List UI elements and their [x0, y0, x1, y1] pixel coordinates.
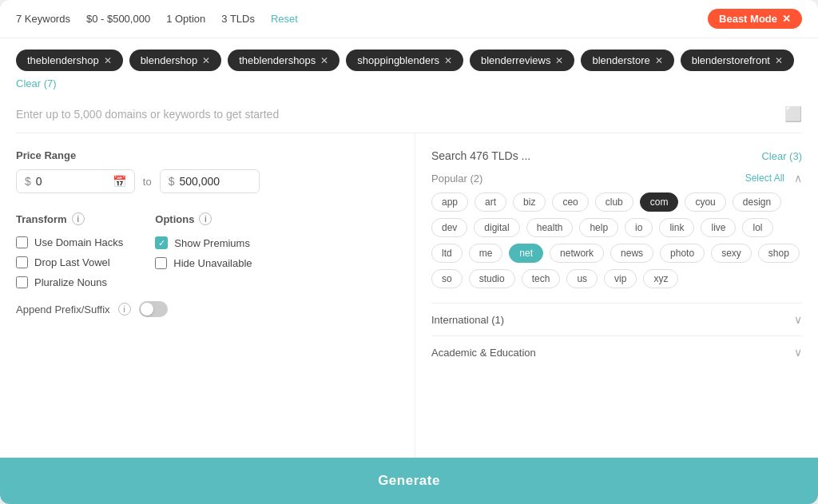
tld-tag[interactable]: ceo: [552, 192, 588, 212]
popular-chevron-icon[interactable]: ∧: [794, 172, 802, 185]
tld-tag[interactable]: net: [509, 244, 543, 263]
keyword-tag-remove-icon[interactable]: ✕: [202, 55, 210, 66]
main-content: Price Range $ 📅 to $: [0, 133, 818, 458]
generate-button[interactable]: Generate: [0, 458, 818, 504]
tld-tag[interactable]: live: [701, 218, 736, 237]
search-tlds-label[interactable]: Search 476 TLDs ...: [431, 149, 530, 162]
tld-tag[interactable]: digital: [474, 218, 519, 237]
clear-tlds-button[interactable]: Clear (3): [761, 150, 802, 162]
tld-tag[interactable]: health: [526, 218, 574, 237]
keyword-tag-remove-icon[interactable]: ✕: [555, 55, 563, 66]
stat-keywords: 7 Keywords: [16, 13, 70, 25]
top-bar: 7 Keywords $0 - $500,000 1 Option 3 TLDs…: [0, 0, 818, 38]
tld-tag[interactable]: com: [640, 192, 679, 212]
stat-price: $0 - $500,000: [86, 13, 150, 25]
tld-tag[interactable]: photo: [660, 244, 705, 263]
use-domain-hacks-label: Use Domain Hacks: [34, 236, 123, 248]
keyword-tag-label: theblendershop: [27, 54, 99, 66]
tld-tag[interactable]: art: [475, 192, 506, 212]
tld-tag[interactable]: vip: [604, 269, 637, 288]
tld-tag[interactable]: me: [469, 244, 503, 263]
options-info-icon[interactable]: i: [199, 212, 212, 225]
show-premiums-row[interactable]: Show Premiums: [155, 236, 252, 249]
tld-tag[interactable]: so: [431, 269, 463, 288]
tld-tag[interactable]: news: [610, 244, 653, 263]
keyword-placeholder[interactable]: Enter up to 5,000 domains or keywords to…: [16, 108, 784, 121]
keyword-tag: shoppingblenders✕: [346, 50, 463, 71]
keyword-tag-remove-icon[interactable]: ✕: [104, 55, 112, 66]
keyword-tag-label: blendershop: [141, 54, 198, 66]
transform-label: Transform i: [16, 212, 123, 225]
tld-tag[interactable]: design: [733, 192, 781, 212]
pluralize-nouns-row[interactable]: Pluralize Nouns: [16, 276, 123, 288]
transform-info-icon[interactable]: i: [72, 212, 85, 225]
stat-option: 1 Option: [166, 13, 205, 25]
right-header: Search 476 TLDs ... Clear (3): [431, 149, 802, 162]
tld-tag[interactable]: xyz: [643, 269, 678, 288]
append-prefix-toggle[interactable]: [139, 301, 168, 317]
hide-unavailable-checkbox[interactable]: [155, 257, 167, 269]
tld-tag[interactable]: lol: [742, 218, 772, 237]
keyword-tag: blenderstorefront✕: [681, 50, 794, 71]
tld-tag[interactable]: link: [659, 218, 694, 237]
popular-section-header: Popular (2) Select All ∧: [431, 172, 802, 185]
beast-mode-close-icon: ✕: [782, 13, 791, 25]
use-domain-hacks-row[interactable]: Use Domain Hacks: [16, 236, 123, 248]
toggle-thumb: [141, 303, 153, 315]
price-range-section: Price Range $ 📅 to $: [16, 149, 399, 200]
academic-section[interactable]: Academic & Education ∨: [431, 335, 802, 359]
tld-tag[interactable]: ltd: [431, 244, 463, 263]
clear-all-button[interactable]: Clear (7): [16, 77, 57, 89]
dollar-to-icon: $: [169, 175, 175, 188]
show-premiums-checkbox[interactable]: [155, 236, 168, 249]
tld-tag[interactable]: us: [566, 269, 598, 288]
international-section[interactable]: International (1) ∨: [431, 303, 802, 326]
pluralize-nouns-label: Pluralize Nouns: [34, 276, 107, 288]
drop-last-vowel-label: Drop Last Vowel: [34, 256, 110, 268]
tld-tag[interactable]: shop: [758, 244, 800, 263]
append-prefix-label: Append Prefix/Suffix: [16, 304, 110, 315]
tld-tag[interactable]: tech: [522, 269, 561, 288]
international-label: International (1): [431, 314, 504, 326]
options-col: Options i Show Premiums Hide Unavailable: [155, 212, 252, 288]
tld-tag[interactable]: app: [431, 192, 468, 212]
price-from-input[interactable]: [36, 175, 108, 188]
keyword-tag-remove-icon[interactable]: ✕: [320, 55, 328, 66]
hide-unavailable-row[interactable]: Hide Unavailable: [155, 257, 252, 269]
tld-tag[interactable]: io: [625, 218, 653, 237]
drop-last-vowel-checkbox[interactable]: [16, 256, 28, 268]
tld-tag[interactable]: cyou: [685, 192, 725, 212]
pluralize-nouns-checkbox[interactable]: [16, 276, 28, 288]
reset-button[interactable]: Reset: [271, 13, 298, 25]
price-to-input[interactable]: [179, 175, 251, 188]
keyword-tag-remove-icon[interactable]: ✕: [775, 55, 783, 66]
academic-label: Academic & Education: [431, 347, 536, 359]
beast-mode-label: Beast Mode: [719, 13, 777, 25]
keyword-input-row: Enter up to 5,000 domains or keywords to…: [16, 97, 802, 133]
tld-tag[interactable]: dev: [431, 218, 467, 237]
upload-icon[interactable]: ⬜: [784, 105, 802, 123]
select-all-button[interactable]: Select All: [745, 173, 784, 184]
academic-chevron-icon[interactable]: ∨: [794, 346, 802, 359]
use-domain-hacks-checkbox[interactable]: [16, 236, 28, 248]
price-to-input-wrap: $: [160, 169, 260, 193]
tld-tag[interactable]: help: [579, 218, 618, 237]
beast-mode-button[interactable]: Beast Mode ✕: [708, 9, 802, 29]
keyword-tag-remove-icon[interactable]: ✕: [655, 55, 663, 66]
keywords-area: theblendershop✕blendershop✕theblendersho…: [0, 38, 818, 133]
tld-tag[interactable]: network: [550, 244, 604, 263]
transform-col: Transform i Use Domain Hacks Drop Last V…: [16, 212, 123, 288]
tld-tag[interactable]: club: [595, 192, 633, 212]
tld-tag[interactable]: biz: [513, 192, 546, 212]
keyword-tag: theblendershop✕: [16, 50, 123, 71]
drop-last-vowel-row[interactable]: Drop Last Vowel: [16, 256, 123, 268]
keyword-tag-remove-icon[interactable]: ✕: [444, 55, 452, 66]
tld-tag[interactable]: studio: [469, 269, 515, 288]
tld-tag[interactable]: sexy: [711, 244, 752, 263]
show-premiums-label: Show Premiums: [174, 237, 250, 249]
append-prefix-info-icon[interactable]: i: [118, 303, 131, 315]
calendar-from-icon[interactable]: 📅: [113, 175, 126, 188]
international-chevron-icon[interactable]: ∨: [794, 313, 802, 326]
keyword-tag-label: blenderstorefront: [692, 54, 770, 66]
keyword-tag: blenderreviews✕: [470, 50, 574, 71]
